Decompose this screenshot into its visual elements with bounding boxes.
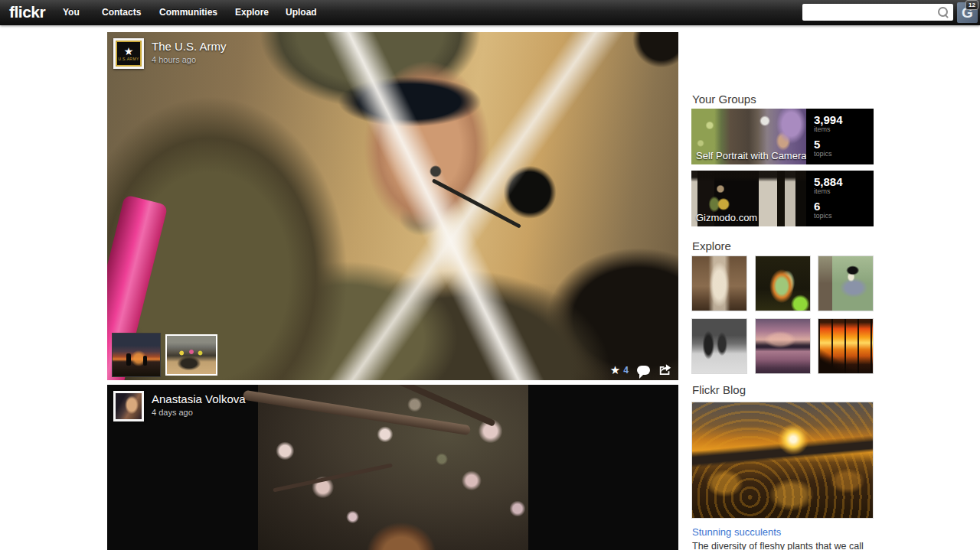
feed-post-anastasia[interactable]: Anastasia Volkova 4 days ago	[107, 385, 678, 550]
group-items-count: 5,884	[814, 176, 874, 187]
group-stats: 3,994 items 5 topics	[806, 109, 874, 164]
branch-shape	[273, 463, 392, 492]
flickr-feed-page: flickr You Contacts Communities Explore …	[0, 0, 980, 550]
favorite-button[interactable]: ★ 4	[610, 364, 629, 376]
nav-item-explore[interactable]: Explore	[235, 0, 269, 25]
explore-thumb-fiery-sunset[interactable]	[818, 318, 874, 374]
blossom-photo[interactable]	[258, 385, 528, 550]
group-topics-label: topics	[814, 212, 874, 220]
anastasia-avatar[interactable]	[113, 391, 144, 421]
comment-icon[interactable]	[637, 366, 650, 375]
group-topics-count: 5	[814, 138, 874, 150]
nav-item-upload[interactable]: Upload	[286, 0, 317, 25]
explore-thumb-street[interactable]	[691, 318, 747, 374]
explore-thumb-geyser[interactable]	[691, 255, 747, 311]
anastasia-portrait	[116, 393, 142, 419]
group-card-gizmodo[interactable]: Gizmodo.com 5,884 items 6 topics	[691, 171, 874, 226]
group-name: Self Portrait with Camera	[696, 150, 806, 161]
group-items-label: items	[814, 187, 874, 195]
post-timestamp: 4 hours ago	[152, 55, 227, 64]
army-caption: U.S.ARMY	[118, 57, 139, 61]
soldier-photo[interactable]	[107, 32, 678, 380]
explore-grid	[691, 255, 874, 374]
silhouette-figure	[143, 356, 147, 366]
feed-post-us-army[interactable]: ★ U.S.ARMY The U.S. Army 4 hours ago ★ 4	[107, 32, 678, 380]
flickr-logo[interactable]: flickr	[9, 0, 45, 25]
search-icon[interactable]	[938, 7, 948, 17]
your-groups-heading: Your Groups	[692, 93, 874, 106]
post-username[interactable]: The U.S. Army	[152, 40, 227, 53]
group-topics-label: topics	[814, 150, 874, 158]
group-name: Gizmodo.com	[696, 212, 757, 223]
nav-item-contacts[interactable]: Contacts	[102, 0, 141, 25]
explore-thumb-lake-sunset[interactable]	[755, 318, 811, 374]
post-header: ★ U.S.ARMY The U.S. Army 4 hours ago	[113, 38, 227, 69]
photoset-thumb-selected[interactable]	[165, 334, 217, 376]
post-header: Anastasia Volkova 4 days ago	[113, 391, 246, 421]
blog-post-link[interactable]: Stunning succulents	[692, 526, 874, 538]
group-thumbnail: Gizmodo.com	[691, 171, 806, 226]
search-box	[802, 4, 953, 21]
explore-heading: Explore	[692, 239, 874, 253]
search-input[interactable]	[802, 4, 938, 21]
nav-item-communities[interactable]: Communities	[159, 0, 217, 25]
favorite-count: 4	[623, 365, 629, 376]
group-items-label: items	[814, 125, 874, 133]
post-timestamp: 4 days ago	[152, 408, 246, 417]
group-stats: 5,884 items 6 topics	[806, 171, 874, 226]
explore-thumb-bird[interactable]	[818, 255, 874, 311]
photoset-thumb-sunset[interactable]	[112, 333, 161, 377]
star-icon: ★	[610, 364, 620, 376]
group-topics-count: 6	[814, 200, 874, 212]
share-icon[interactable]	[658, 364, 672, 376]
post-actions: ★ 4	[610, 364, 672, 376]
us-army-avatar[interactable]: ★ U.S.ARMY	[113, 38, 144, 69]
silhouette-figure	[126, 353, 131, 366]
group-card-self-portrait[interactable]: Self Portrait with Camera 3,994 items 5 …	[691, 109, 874, 164]
right-sidebar: Your Groups Self Portrait with Camera 3,…	[691, 93, 874, 550]
nav-item-you[interactable]: You	[63, 0, 80, 25]
notification-badge: 12	[965, 0, 978, 10]
top-navbar: flickr You Contacts Communities Explore …	[0, 0, 980, 25]
blog-post-excerpt: The diversity of fleshy plants that we c…	[692, 541, 874, 550]
explore-thumb-butterfly[interactable]	[755, 255, 811, 311]
flickr-blog-heading: Flickr Blog	[692, 383, 874, 397]
mic-boom-shape	[432, 178, 521, 228]
group-thumbnail: Self Portrait with Camera	[691, 109, 806, 164]
army-star-icon: ★	[124, 46, 134, 57]
post-username[interactable]: Anastasia Volkova	[152, 392, 246, 405]
group-items-count: 3,994	[814, 114, 874, 125]
blog-photo-succulents[interactable]	[691, 402, 874, 519]
army-star-logo: ★ U.S.ARMY	[116, 41, 142, 67]
